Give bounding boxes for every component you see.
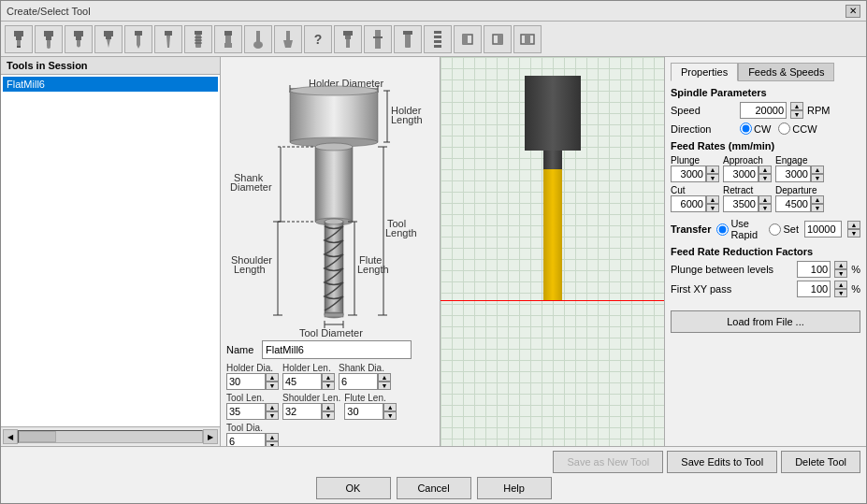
- speed-up[interactable]: ▲: [790, 102, 803, 110]
- engage-input[interactable]: [775, 166, 811, 182]
- cut-input[interactable]: [671, 195, 706, 212]
- tool-item-flatmill6[interactable]: FlatMill6: [3, 77, 218, 92]
- ccw-option[interactable]: CCW: [778, 122, 816, 135]
- transfer-set-down[interactable]: ▼: [847, 229, 860, 238]
- toolbar-form[interactable]: [214, 25, 242, 53]
- delete-tool-button[interactable]: Delete Tool: [781, 451, 860, 473]
- shank-dia-input-wrap: ▲ ▼: [339, 373, 391, 390]
- tab-feeds-speeds[interactable]: Feeds & Speeds: [738, 63, 834, 81]
- transfer-set-input[interactable]: [804, 221, 842, 238]
- tool-len-up[interactable]: ▲: [266, 403, 279, 411]
- toolbar-thread[interactable]: [184, 25, 212, 53]
- first-xy-down[interactable]: ▼: [834, 289, 847, 297]
- shank-dia-input[interactable]: [339, 373, 378, 390]
- set-label: Set: [783, 223, 799, 235]
- use-rapid-option[interactable]: Use Rapid: [716, 218, 763, 240]
- toolbar-vbit[interactable]: [94, 25, 123, 53]
- toolbar-t16[interactable]: [454, 25, 482, 53]
- load-from-file-button[interactable]: Load from File ...: [671, 310, 860, 333]
- retract-up[interactable]: ▲: [759, 195, 772, 204]
- plunge-label: Plunge: [671, 155, 719, 166]
- svg-rect-37: [403, 31, 412, 35]
- cut-spinner: ▲ ▼: [706, 195, 719, 212]
- shank-dia-up[interactable]: ▲: [378, 373, 391, 382]
- toolbar-dovetail[interactable]: [274, 25, 302, 53]
- toolbar-t18[interactable]: [513, 25, 542, 53]
- cut-up[interactable]: ▲: [706, 195, 719, 204]
- scroll-track[interactable]: [18, 430, 203, 443]
- shoulder-len-input[interactable]: [282, 403, 322, 420]
- toolbar-ballmill[interactable]: [35, 25, 63, 53]
- tool-dia-input[interactable]: [226, 433, 266, 446]
- tool-len-down[interactable]: ▼: [266, 411, 279, 420]
- scroll-right[interactable]: ▶: [203, 429, 218, 444]
- flute-len-down[interactable]: ▼: [383, 411, 397, 420]
- holder-dia-input[interactable]: [226, 373, 266, 390]
- shoulder-len-down[interactable]: ▼: [322, 411, 335, 420]
- cw-option[interactable]: CW: [740, 122, 771, 135]
- tool-dia-up[interactable]: ▲: [266, 433, 279, 441]
- transfer-set-up[interactable]: ▲: [847, 221, 860, 229]
- plunge-input[interactable]: [671, 166, 706, 182]
- flute-len-input[interactable]: [344, 403, 383, 420]
- use-rapid-radio[interactable]: [716, 223, 729, 236]
- cut-down[interactable]: ▼: [706, 204, 719, 212]
- flute-len-up[interactable]: ▲: [383, 403, 397, 411]
- svg-rect-25: [225, 36, 231, 43]
- flute-len-input-wrap: ▲ ▼: [344, 403, 397, 420]
- plunge-up[interactable]: ▲: [706, 166, 719, 174]
- ccw-radio[interactable]: [778, 122, 790, 135]
- cw-radio[interactable]: [740, 122, 752, 135]
- scroll-left[interactable]: ◀: [3, 429, 18, 444]
- scroll-thumb[interactable]: [19, 431, 56, 442]
- set-radio[interactable]: [769, 223, 781, 236]
- speed-down[interactable]: ▼: [790, 110, 803, 119]
- save-as-new-tool-button[interactable]: Save as New Tool: [553, 451, 663, 473]
- holder-dia-up[interactable]: ▲: [266, 373, 279, 382]
- shoulder-len-up[interactable]: ▲: [322, 403, 335, 411]
- holder-dia-down[interactable]: ▼: [266, 382, 279, 390]
- plunge-red-up[interactable]: ▲: [834, 261, 847, 269]
- name-input[interactable]: [262, 340, 412, 359]
- holder-len-input[interactable]: [282, 373, 322, 390]
- departure-input[interactable]: [775, 195, 811, 212]
- approach-up[interactable]: ▲: [759, 166, 772, 174]
- departure-up[interactable]: ▲: [811, 195, 824, 204]
- approach-input[interactable]: [723, 166, 759, 182]
- speed-input[interactable]: [740, 102, 787, 119]
- toolbar-bullnose[interactable]: [65, 25, 93, 53]
- approach-down[interactable]: ▼: [759, 174, 772, 182]
- ccw-label: CCW: [792, 123, 816, 135]
- close-button[interactable]: ✕: [845, 5, 860, 18]
- engage-up[interactable]: ▲: [811, 166, 824, 174]
- first-xy-input[interactable]: [797, 281, 831, 297]
- toolbar-drill[interactable]: [124, 25, 152, 53]
- toolbar-t12[interactable]: [334, 25, 362, 53]
- toolbar-t15[interactable]: [424, 25, 452, 53]
- shank-dia-down[interactable]: ▼: [378, 382, 391, 390]
- tab-properties[interactable]: Properties: [671, 63, 738, 81]
- retract-down[interactable]: ▼: [759, 204, 772, 212]
- plunge-red-down[interactable]: ▼: [834, 269, 847, 278]
- cancel-button[interactable]: Cancel: [397, 477, 471, 499]
- toolbar-t17[interactable]: [484, 25, 512, 53]
- save-edits-to-tool-button[interactable]: Save Edits to Tool: [667, 451, 777, 473]
- plunge-down[interactable]: ▼: [706, 174, 719, 182]
- set-option[interactable]: Set: [769, 223, 799, 236]
- holder-len-up[interactable]: ▲: [322, 373, 335, 382]
- help-button[interactable]: Help: [477, 477, 552, 499]
- toolbar-t14[interactable]: [394, 25, 422, 53]
- toolbar-flatmill[interactable]: [5, 25, 33, 53]
- toolbar-lollipop[interactable]: [244, 25, 272, 53]
- plunge-reduction-input[interactable]: [797, 261, 831, 278]
- retract-input[interactable]: [723, 195, 759, 212]
- toolbar-taper[interactable]: [154, 25, 182, 53]
- departure-down[interactable]: ▼: [811, 204, 824, 212]
- ok-button[interactable]: OK: [316, 477, 391, 499]
- toolbar-question[interactable]: ?: [304, 25, 332, 53]
- first-xy-up[interactable]: ▲: [834, 281, 847, 289]
- holder-len-down[interactable]: ▼: [322, 382, 335, 390]
- tool-len-input[interactable]: [226, 403, 266, 420]
- engage-down[interactable]: ▼: [811, 174, 824, 182]
- toolbar-t13[interactable]: [364, 25, 392, 53]
